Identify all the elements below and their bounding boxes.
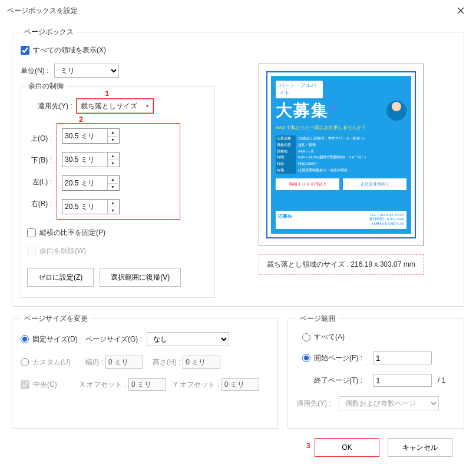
all-pages-label: すべて(A) (314, 332, 345, 342)
flyer-table: 応募資格18歳以上(高校可、学生フリーター歓迎！) 職務内容接客・販売 勤務地A… (276, 135, 406, 174)
center-label: 中央(C) (33, 380, 80, 390)
start-page-label: 開始ページ(F) : (314, 353, 373, 363)
annotation-2: 2 (79, 115, 83, 124)
xoffset-label: X オフセット : (80, 380, 126, 390)
lock-ratio-checkbox[interactable] (27, 228, 36, 237)
pagesize-combo-label: ページサイズ(G) : (85, 334, 142, 344)
window-title: ページボックスを設定 (7, 6, 78, 16)
titlebar: ページボックスを設定 (0, 0, 476, 21)
spin-down-icon[interactable]: ▼ (108, 207, 118, 214)
margin-bottom-label: 下(B) : (27, 155, 52, 165)
pagesize-group: ページサイズを変更 固定サイズ(D) ページサイズ(G) : なし カスタム(U… (12, 314, 278, 429)
pagebox-legend: ページボックス (21, 27, 77, 37)
spin-down-icon[interactable]: ▼ (108, 184, 118, 191)
margin-right-input[interactable]: ▲▼ (62, 199, 120, 214)
height-label: 高さ(H) : (153, 357, 180, 367)
preview-flyer: パート・アルバイト 大募集 AAA で私たちと一緒にお仕事しませんか？ 応募資格… (271, 76, 411, 234)
bleed-size-info: 裁ち落とし領域のサイズ : 216.18 x 303.07 mm (259, 254, 424, 275)
range-apply-select: 偶数および奇数ページ (339, 396, 439, 410)
center-checkbox (21, 380, 29, 389)
margin-top-input[interactable]: ▲▼ (62, 128, 120, 144)
spin-up-icon[interactable]: ▲ (108, 129, 118, 137)
margin-bottom-input[interactable]: ▲▼ (62, 152, 120, 167)
revert-button[interactable]: 選択範囲に復帰(V) (100, 268, 181, 287)
show-all-label: すべての領域を表示(X) (33, 45, 106, 55)
lock-ratio-label: 縦横の比率を固定(P) (39, 228, 105, 238)
end-page-label: 終了ページ(T) : (314, 376, 373, 386)
range-apply-label: 適用先(Y) : (296, 399, 339, 409)
start-page-input[interactable] (373, 351, 432, 364)
page-preview: パート・アルバイト 大募集 AAA で私たちと一緒にお仕事しませんか？ 応募資格… (259, 64, 424, 246)
set-zero-button[interactable]: ゼロに設定(Z) (27, 268, 94, 287)
cancel-button[interactable]: キャンセル (388, 438, 452, 457)
width-input (105, 356, 143, 369)
yoffset-input (222, 378, 259, 391)
custom-size-radio[interactable] (21, 358, 29, 366)
page-total: / 1 (438, 376, 445, 384)
spin-down-icon[interactable]: ▼ (108, 137, 118, 144)
chevron-down-icon: ▾ (146, 103, 149, 109)
spin-up-icon[interactable]: ▲ (108, 152, 118, 160)
margin-title: 余白の制御 (26, 81, 66, 91)
fixed-size-label: 固定サイズ(D) (32, 334, 85, 344)
remove-margin-label: 余白を削除(W) (39, 246, 86, 256)
fixed-size-radio[interactable] (21, 335, 29, 343)
start-page-radio[interactable] (302, 354, 310, 362)
annotation-3: 3 (306, 442, 310, 450)
all-pages-radio[interactable] (302, 333, 310, 341)
custom-size-label: カスタム(U) (32, 357, 85, 367)
pagerange-group: ページ範囲 すべて(A) 開始ページ(F) : 終了ページ(T) : / 1 適… (287, 314, 464, 429)
margin-right-label: 右(R) : (27, 199, 52, 209)
width-label: 幅(I) : (85, 357, 103, 367)
annotation-1: 1 (105, 89, 109, 98)
pagesize-select[interactable]: なし (147, 332, 229, 346)
show-all-checkbox[interactable] (21, 46, 29, 55)
apply-to-select[interactable]: 裁ち落としサイズ ▾ (77, 99, 153, 113)
unit-label: 単位(N) : (21, 66, 48, 76)
apply-to-label: 適用先(Y) : (38, 101, 72, 111)
end-page-input[interactable] (373, 374, 432, 387)
spin-up-icon[interactable]: ▲ (108, 200, 118, 207)
margin-left-input[interactable]: ▲▼ (62, 175, 120, 191)
ok-button[interactable]: OK (315, 438, 379, 457)
margin-control-group: 余白の制御 1 2 適用先(Y) : 裁ち落としサイズ ▾ 上(O) : (21, 86, 215, 298)
pagerange-legend: ページ範囲 (296, 314, 339, 324)
close-icon (457, 7, 464, 14)
yoffset-label: Y オフセット : (173, 380, 219, 390)
margin-top-label: 上(O) : (27, 134, 52, 144)
close-button[interactable] (452, 2, 469, 19)
remove-margin-checkbox (27, 247, 36, 256)
pagebox-group: ページボックス すべての領域を表示(X) 単位(N) : ミリ 余白の制御 1 … (12, 27, 464, 307)
unit-select[interactable]: ミリ (54, 64, 119, 78)
xoffset-input (128, 378, 166, 391)
person-icon (386, 101, 406, 121)
margin-left-label: 左(L) : (27, 177, 52, 187)
spin-down-icon[interactable]: ▼ (108, 160, 118, 167)
pagesize-legend: ページサイズを変更 (21, 314, 91, 324)
height-input (183, 356, 220, 369)
spin-up-icon[interactable]: ▲ (108, 176, 118, 184)
